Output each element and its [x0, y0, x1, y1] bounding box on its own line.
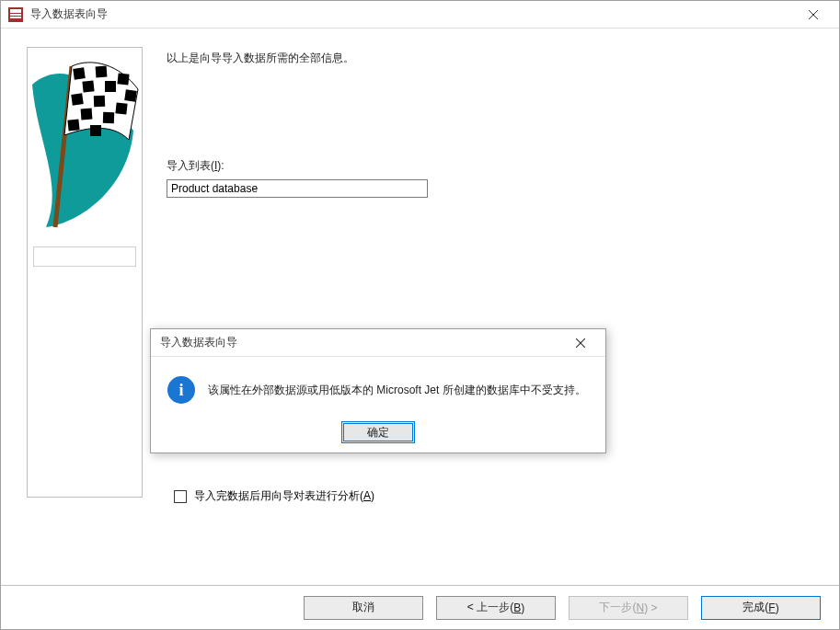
next-button-pre: 下一步( [599, 600, 636, 615]
wizard-content: 以上是向导导入数据所需的全部信息。 导入到表(I): 导入完数据后用向导对表进行… [1, 29, 839, 585]
import-to-label-pre: 导入到表( [167, 159, 214, 172]
svg-rect-13 [71, 93, 84, 106]
alert-message: 该属性在外部数据源或用低版本的 Microsoft Jet 所创建的数据库中不受… [208, 383, 586, 398]
svg-rect-11 [105, 81, 116, 92]
finish-button-pre: 完成( [742, 600, 768, 615]
import-to-label-post: ): [217, 159, 224, 172]
titlebar: 导入数据表向导 [1, 1, 839, 29]
analyze-label-key: A [363, 489, 371, 502]
analyze-label-pre: 导入完数据后用向导对表进行分析( [194, 489, 363, 502]
ok-button[interactable]: 确定 [341, 421, 415, 443]
wizard-main: 以上是向导导入数据所需的全部信息。 导入到表(I): [167, 47, 821, 198]
alert-title: 导入数据表向导 [160, 335, 565, 350]
next-button-post: ) > [644, 601, 657, 614]
svg-rect-8 [96, 66, 108, 78]
alert-footer: 确定 [151, 412, 605, 452]
graphic-caption-box [33, 246, 136, 267]
alert-titlebar: 导入数据表向导 [151, 329, 605, 357]
analyze-label-post: ) [371, 489, 374, 502]
svg-rect-17 [103, 112, 114, 123]
analyze-checkbox[interactable] [174, 490, 187, 503]
back-button-key: B [513, 601, 521, 614]
intro-text: 以上是向导导入数据所需的全部信息。 [167, 51, 821, 66]
alert-dialog: 导入数据表向导 i 该属性在外部数据源或用低版本的 Microsoft Jet … [150, 328, 606, 453]
ok-button-label: 确定 [367, 425, 389, 441]
alert-close-button[interactable] [565, 332, 596, 354]
next-button: 下一步(N) > [569, 596, 688, 620]
finish-button[interactable]: 完成(F) [701, 596, 821, 620]
analyze-row: 导入完数据后用向导对表进行分析(A) [174, 488, 374, 504]
window-title: 导入数据表向导 [30, 6, 795, 22]
alert-body: i 该属性在外部数据源或用低版本的 Microsoft Jet 所创建的数据库中… [151, 357, 605, 412]
svg-rect-15 [115, 102, 127, 114]
cancel-button[interactable]: 取消 [304, 596, 423, 620]
import-to-label: 导入到表(I): [167, 158, 821, 174]
finish-button-key: F [768, 601, 775, 614]
svg-rect-18 [67, 119, 79, 131]
next-button-key: N [636, 601, 644, 614]
info-icon: i [167, 376, 195, 404]
app-icon [8, 7, 23, 22]
close-icon [809, 10, 818, 19]
analyze-label: 导入完数据后用向导对表进行分析(A) [194, 488, 374, 504]
back-button-post: ) [521, 601, 524, 614]
finish-button-post: ) [776, 601, 779, 614]
svg-rect-1 [10, 9, 21, 13]
checkered-flag-icon [28, 48, 143, 236]
svg-rect-3 [10, 17, 21, 18]
svg-rect-2 [10, 14, 21, 16]
svg-rect-9 [117, 73, 129, 85]
wizard-window: 导入数据表向导 [0, 0, 840, 630]
back-button[interactable]: < 上一步(B) [436, 596, 556, 620]
svg-rect-12 [124, 89, 137, 102]
svg-rect-10 [82, 80, 94, 92]
cancel-button-label: 取消 [352, 600, 374, 615]
import-to-input[interactable] [167, 179, 428, 198]
svg-rect-14 [94, 96, 105, 107]
wizard-footer: 取消 < 上一步(B) 下一步(N) > 完成(F) [1, 585, 839, 629]
close-button[interactable] [795, 1, 832, 29]
svg-rect-19 [90, 125, 101, 136]
svg-rect-7 [73, 67, 86, 80]
svg-rect-16 [81, 109, 93, 120]
close-icon [576, 338, 585, 348]
wizard-graphic [27, 47, 143, 498]
info-icon-glyph: i [178, 381, 183, 400]
back-button-pre: < 上一步( [467, 600, 513, 615]
